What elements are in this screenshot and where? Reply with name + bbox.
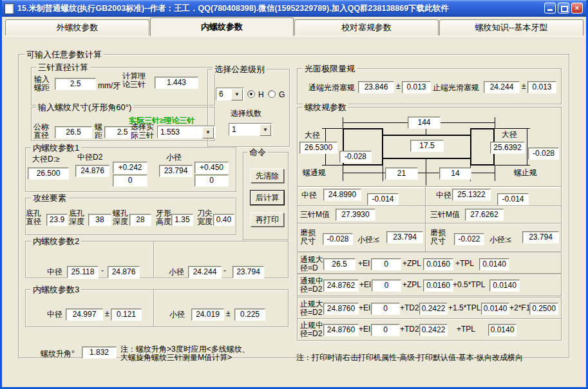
f2-v1-field[interactable]: 0: [371, 303, 400, 315]
minor-dia-upper-tol-field[interactable]: +0.450: [194, 162, 229, 174]
nogo-m-field[interactable]: 27.6262: [465, 209, 504, 221]
go-plain-tol-field[interactable]: 0.013: [402, 81, 431, 93]
handle-dia-field[interactable]: 17.5: [410, 140, 444, 152]
f1-value-field[interactable]: 24.8762: [323, 280, 359, 292]
maximize-icon[interactable]: [558, 3, 569, 14]
nogo-wear-field[interactable]: -0.022: [454, 233, 484, 245]
tool-tip-width-label: 刀尖 宽度: [197, 209, 213, 226]
bottom-hole-depth-field[interactable]: 38: [88, 214, 111, 226]
actual-pin-select[interactable]: 1.553▼: [157, 126, 215, 138]
f3-v1-field[interactable]: 0: [371, 324, 400, 336]
f0-v1-field[interactable]: 0: [371, 258, 401, 270]
radio-h[interactable]: [247, 90, 255, 98]
right-major-field[interactable]: 25.6392: [490, 142, 525, 154]
nogo-wear-minor-field[interactable]: 23.794: [522, 231, 559, 243]
tab-external-thread[interactable]: 外螺纹参数: [5, 19, 149, 35]
left-tol-field[interactable]: -0.028: [339, 151, 372, 163]
nogo-length-field[interactable]: 14: [439, 167, 471, 180]
lines-count-select[interactable]: 1▼: [229, 123, 272, 136]
minor-dia-lower-tol-field[interactable]: 0: [194, 175, 229, 187]
p2-mid-sep: -: [101, 267, 104, 275]
go-length-field[interactable]: 21: [385, 167, 418, 180]
document-icon: [5, 3, 14, 14]
f1-t3: +0.5*TPL: [453, 281, 485, 289]
minimize-icon[interactable]: [544, 3, 556, 14]
params2-title: 内螺纹参数2: [31, 237, 81, 246]
ext-line: [495, 165, 530, 166]
f2-v2-field[interactable]: 0.2422: [419, 303, 448, 315]
f2-v3-field[interactable]: 0.0140: [481, 303, 509, 315]
f2-value-field[interactable]: 24.8760: [323, 303, 359, 315]
overall-length-field[interactable]: 144: [408, 117, 441, 129]
pin-calc-title: 三针直径计算: [36, 63, 90, 72]
nominal-dia-field[interactable]: 26.5: [55, 126, 92, 138]
p2-mid-min-field[interactable]: 24.876: [108, 266, 140, 278]
pitch-input-field[interactable]: 2.5: [55, 78, 96, 90]
nogo-plain-tol-field[interactable]: 0.013: [527, 81, 556, 93]
p3-minor-field[interactable]: 24.019: [191, 308, 224, 321]
tool-tip-width-field[interactable]: 0.40: [213, 214, 234, 226]
pitch-dia-field[interactable]: 24.876: [75, 165, 109, 177]
p3-mid-label: 中径: [47, 310, 62, 319]
f3-value-field[interactable]: 24.8760: [323, 324, 359, 336]
go-mid-tol-field[interactable]: -0.014: [367, 193, 399, 205]
left-major-field[interactable]: 26.5300: [299, 142, 337, 154]
print-button[interactable]: 再打印: [251, 213, 284, 227]
lead-angle-field[interactable]: 1.832: [82, 346, 117, 359]
nogo-plain-field[interactable]: 24.244: [484, 81, 520, 93]
pitch-dia-upper-tol-field[interactable]: +0.242: [113, 162, 147, 174]
plain-gauge-title: 光面极限量规: [303, 64, 357, 73]
p2-minor-max-field[interactable]: 24.244: [188, 266, 222, 278]
minor-dia-field[interactable]: 23.794: [159, 165, 193, 177]
close-icon[interactable]: ×: [571, 3, 583, 14]
major-dia-field[interactable]: 26.500: [28, 167, 69, 180]
theory-pin-field[interactable]: 1.443: [155, 77, 198, 89]
radio-g[interactable]: [268, 90, 276, 98]
go-wear-field[interactable]: -0.028: [323, 233, 353, 245]
lines-count-label: 选择线数: [231, 109, 261, 118]
go-wear-minor-field[interactable]: 23.794: [386, 231, 423, 243]
tolerance-grade-title: 选择公差级别: [213, 65, 267, 74]
p3-mid-field[interactable]: 24.997: [66, 308, 103, 321]
f1-v1-field[interactable]: 0: [372, 280, 401, 292]
lines-count-value: 1: [232, 125, 236, 134]
f1-v2-field[interactable]: 0.0160: [423, 280, 453, 292]
title-bar[interactable]: 15.米制普通螺纹(执行GB2003标准)--作者：王工．QQ(78040839…: [0, 0, 588, 17]
chevron-down-icon[interactable]: ▼: [260, 124, 271, 136]
radio-g-label: G: [279, 91, 285, 99]
thread-hole-depth-field[interactable]: 28: [129, 214, 151, 226]
bottom-hole-dia-label: 底孔 直径: [26, 209, 41, 226]
pitch-dia-lower-tol-field[interactable]: 0: [113, 175, 147, 187]
p3-mid-tol-field[interactable]: 0.121: [111, 308, 142, 321]
f1-t2: +ZPL: [403, 281, 421, 289]
tab-check-plug-gauge[interactable]: 校对塞规参数: [294, 19, 439, 35]
go-m-field[interactable]: 27.3930: [336, 209, 375, 221]
p3-minor-tol-field[interactable]: 0.225: [234, 308, 265, 321]
f0-t1: +EI: [358, 260, 370, 268]
nogo-mid-tol-field[interactable]: -0.014: [497, 193, 529, 205]
chevron-down-icon[interactable]: ▼: [231, 89, 243, 100]
grade-select[interactable]: 6▼: [216, 88, 244, 100]
calculate-button[interactable]: 后计算: [251, 191, 284, 205]
f0-v2-field[interactable]: 0.0160: [423, 258, 453, 270]
tab-thread-knowledge[interactable]: 螺纹知识--基本牙型: [439, 19, 583, 35]
f3-v2-field[interactable]: 0.2422: [419, 324, 448, 336]
chevron-down-icon[interactable]: ▼: [202, 127, 214, 138]
f3-v3-field[interactable]: 0.0140: [488, 324, 517, 336]
bottom-hole-dia-field[interactable]: 23.9: [46, 214, 68, 226]
go-mid-field[interactable]: 24.8990: [323, 189, 361, 201]
f2-v4-field[interactable]: 0.2500: [529, 303, 558, 315]
go-plain-field[interactable]: 23.846: [358, 81, 394, 93]
tab-internal-thread[interactable]: 内螺纹参数: [150, 17, 294, 36]
f0-value-field[interactable]: 26.5: [323, 258, 356, 270]
right-tol-field[interactable]: -0.028: [528, 147, 559, 160]
clear-button[interactable]: 先清除: [251, 169, 284, 183]
nogo-mid-field[interactable]: 25.1322: [452, 189, 491, 201]
f3-t3: +TPL: [457, 325, 475, 334]
f0-v3-field[interactable]: 0.0140: [479, 258, 509, 270]
p2-minor-min-field[interactable]: 23.794: [232, 266, 264, 278]
f1-v3-field[interactable]: 0.0140: [489, 280, 520, 292]
params1-title: 内螺纹参数1: [31, 144, 81, 153]
thread-height-field[interactable]: 1.35: [171, 214, 193, 226]
p2-mid-max-field[interactable]: 25.118: [67, 266, 99, 278]
